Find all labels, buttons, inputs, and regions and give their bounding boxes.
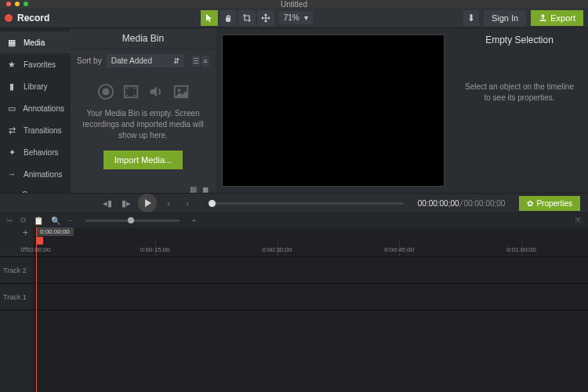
view-sort-icon[interactable]: ≡: [201, 56, 209, 67]
canvas-preview[interactable]: [222, 34, 445, 187]
share-icon: [539, 13, 547, 22]
svg-rect-5: [133, 88, 135, 89]
properties-empty-text: Select an object on the timeline to see …: [456, 60, 583, 125]
library-icon: ▮: [6, 81, 17, 92]
track-row[interactable]: [33, 257, 588, 284]
svg-rect-6: [133, 95, 135, 96]
copy-icon[interactable]: ⧉: [20, 216, 26, 225]
tool-hand[interactable]: [220, 10, 237, 26]
timecode: 00:00:00;00/00:00:00;00: [418, 199, 506, 208]
annotations-icon: ▭: [6, 103, 16, 114]
updown-icon: ⇵: [173, 56, 180, 65]
timeline-ruler[interactable]: 0:00:00;00 0:00:15;00 0:00:30;00 0:00:45…: [33, 238, 588, 257]
animations-icon: →: [6, 169, 17, 180]
sidebar-item-favorites[interactable]: ★Favorites: [0, 53, 71, 75]
sidebar-item-media[interactable]: ▦Media: [0, 31, 71, 53]
zoom-icon: 🔍: [51, 216, 60, 225]
close-window-icon[interactable]: [6, 2, 11, 6]
titlebar: Untitled: [0, 0, 588, 8]
playhead-time: 0:00:00;00: [36, 227, 74, 236]
record-icon[interactable]: [5, 14, 13, 22]
download-icon[interactable]: ⬇: [463, 10, 479, 26]
chevron-down-icon: ▾: [304, 13, 308, 22]
signin-button[interactable]: Sign In: [484, 10, 526, 26]
prev-marker-button[interactable]: ‹: [162, 196, 176, 210]
import-media-button[interactable]: Import Media...: [103, 151, 183, 169]
next-marker-button[interactable]: ›: [180, 196, 194, 210]
next-frame-button[interactable]: ▮▸: [119, 196, 133, 210]
sidebar-item-annotations[interactable]: ▭Annotations: [0, 97, 71, 119]
image-media-icon: [172, 83, 190, 100]
view-list-icon[interactable]: ☰: [192, 56, 200, 67]
timeline: + − Track 2 Track 1 0:00:00;00 0:00:00;0…: [0, 227, 588, 392]
playhead[interactable]: [36, 227, 37, 392]
sidebar-item-animations[interactable]: →Animations: [0, 163, 71, 185]
properties-title: Empty Selection: [456, 33, 583, 60]
film-media-icon: [122, 83, 140, 100]
media-bin-title: Media Bin: [71, 28, 216, 49]
minimize-window-icon[interactable]: [15, 2, 20, 6]
window-title: Untitled: [281, 0, 307, 9]
transitions-icon: ⇄: [6, 125, 17, 136]
sidebar: ▦Media ★Favorites ▮Library ▭Annotations …: [0, 28, 71, 193]
gear-icon: ✿: [527, 199, 533, 208]
svg-point-1: [102, 88, 109, 95]
playback-bar: ◂▮ ▮▸ ‹ › 00:00:00;00/00:00:00;00 ✿Prope…: [0, 193, 588, 213]
svg-rect-4: [126, 95, 128, 96]
properties-panel: Empty Selection Select an object on the …: [451, 28, 588, 193]
tool-select[interactable]: [201, 10, 218, 26]
svg-rect-3: [126, 88, 128, 89]
sidebar-item-transitions[interactable]: ⇄Transitions: [0, 119, 71, 141]
media-bin-empty-text: Your Media Bin is empty. Screen recordin…: [78, 108, 208, 141]
svg-point-8: [177, 89, 180, 92]
export-button[interactable]: Export: [531, 10, 583, 26]
tool-crop[interactable]: [238, 10, 256, 26]
zoom-level[interactable]: 71%▾: [279, 11, 313, 24]
properties-button[interactable]: ✿Properties: [519, 196, 580, 211]
maximize-window-icon[interactable]: [24, 2, 28, 6]
zoom-out-button[interactable]: −: [68, 216, 73, 225]
svg-rect-2: [124, 86, 137, 98]
paste-icon[interactable]: 📋: [34, 216, 43, 225]
record-button[interactable]: Record: [17, 13, 49, 24]
behaviors-icon: ✦: [6, 147, 17, 158]
media-icon: ▦: [6, 37, 17, 48]
detach-timeline-icon[interactable]: ⇱: [575, 216, 582, 225]
preview-area: [216, 28, 451, 193]
zoom-slider[interactable]: [85, 220, 180, 222]
sort-select[interactable]: Date Added⇵: [107, 54, 184, 67]
prev-frame-button[interactable]: ◂▮: [100, 196, 114, 210]
cut-icon[interactable]: ✂: [6, 216, 13, 225]
timeline-controls: ✂ ⧉ 📋 🔍 − + ⇱: [0, 213, 588, 227]
track-row[interactable]: [33, 284, 588, 310]
media-panel: Media Bin Sort by Date Added⇵ ☰≡ Your Me…: [71, 28, 216, 193]
track-label[interactable]: Track 2: [0, 257, 33, 284]
record-media-icon: [97, 83, 114, 100]
audio-media-icon: [147, 83, 165, 100]
star-icon: ★: [6, 59, 17, 70]
sort-by-label: Sort by: [77, 56, 102, 65]
zoom-in-button[interactable]: +: [192, 216, 197, 225]
sidebar-item-library[interactable]: ▮Library: [0, 75, 71, 97]
tool-pan[interactable]: [257, 10, 274, 26]
track-label[interactable]: Track 1: [0, 284, 33, 310]
play-button[interactable]: [138, 194, 157, 212]
sidebar-item-behaviors[interactable]: ✦Behaviors: [0, 141, 71, 163]
add-track-button[interactable]: +: [23, 227, 28, 238]
toolbar: Record 71%▾ ⬇ Sign In Export: [0, 8, 588, 28]
playback-scrubber[interactable]: [209, 202, 404, 205]
